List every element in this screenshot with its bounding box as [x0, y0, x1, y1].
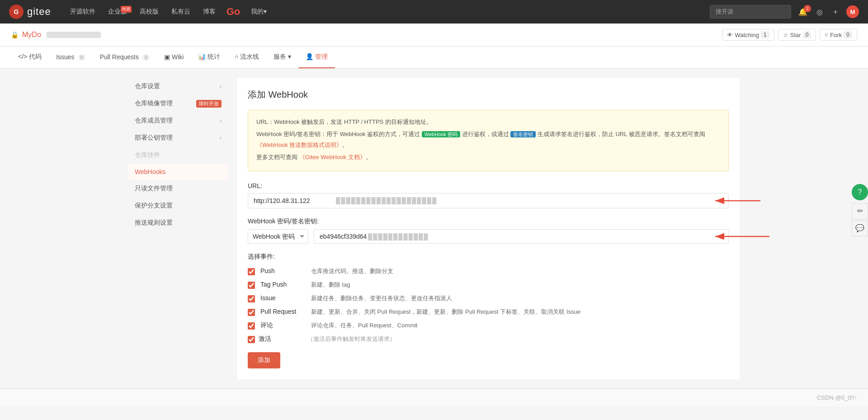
nav-right: 搜开源 🔔 2 ◎ ＋ M	[710, 5, 859, 19]
sidebar-item-members[interactable]: 仓库成员管理 ›	[128, 112, 228, 129]
sidebar-label-mirror: 仓库镜像管理	[135, 99, 173, 108]
pr-count: 0	[142, 54, 150, 61]
repo-name[interactable]: MyDo	[22, 31, 41, 39]
comment-checkbox[interactable]	[248, 322, 255, 330]
lock-icon: 🔒	[11, 31, 19, 38]
activate-checkbox[interactable]	[248, 336, 255, 343]
nav-link-opensource[interactable]: 开源软件	[65, 5, 101, 19]
notification-btn[interactable]: 🔔 2	[797, 6, 809, 18]
events-form-group: 选择事件: Push 仓库推送代码、推送、删除分支 Tag Push 新建、删除…	[248, 253, 729, 343]
sidebar-item-webhooks[interactable]: WebHooks	[128, 164, 228, 180]
wiki-icon: ▣	[164, 53, 170, 61]
footer-text: CSDN @0_0!!↑	[817, 394, 857, 401]
url-form-group: URL: ████████████████████	[248, 182, 729, 208]
issue-checkbox[interactable]	[248, 295, 255, 302]
code-icon: </>	[18, 53, 27, 60]
sidebar-item-protected-branch[interactable]: 保护分支设置	[128, 197, 228, 214]
sidebar-label-widgets: 仓库挂件	[135, 151, 160, 159]
chevron-down-icon: ▾	[288, 53, 291, 60]
url-blurred-value: ████████████████████	[336, 197, 437, 204]
chevron-right-icon: ›	[220, 83, 222, 90]
fork-btn[interactable]: ⑂ Fork 0	[820, 29, 857, 41]
avatar[interactable]: M	[846, 5, 859, 18]
star-icon: ☆	[783, 32, 788, 38]
push-checkbox[interactable]	[248, 268, 255, 275]
url-input[interactable]	[248, 193, 729, 208]
sidebar-item-readonly[interactable]: 只读文件管理	[128, 180, 228, 197]
nav-link-university[interactable]: 高校版	[134, 5, 164, 19]
webhook-doc-link[interactable]: 《Gitee WebHook 文档》	[299, 154, 366, 160]
tab-stats[interactable]: 📊 统计	[191, 47, 227, 68]
pr-desc: 新建、更新、合并、关闭 Pull Request，新建、更新、删除 Pull R…	[311, 308, 580, 316]
sidebar-item-deploy-keys[interactable]: 部署公钥管理 ›	[128, 129, 228, 146]
comment-desc: 评论仓库、任务、Pull Request、Commit	[311, 321, 418, 330]
issue-label: Issue	[260, 294, 306, 302]
enterprise-badge: 特惠	[121, 6, 132, 13]
sidebar-label-push-rules: 推送规则设置	[135, 219, 173, 227]
nav-link-blog[interactable]: 博客	[198, 5, 221, 19]
tab-wiki[interactable]: ▣ Wiki	[157, 47, 191, 68]
nav-links: 开源软件 企业版 特惠 高校版 私有云 博客 Go 我的▾	[65, 5, 710, 19]
sidebar-label-members: 仓库成员管理	[135, 117, 173, 125]
webhook-format-link[interactable]: 《WebHook 推送数据格式说明》	[256, 142, 342, 148]
info-line1: URL：WebHook 被触发后，发送 HTTP / HTTPS 的目标通知地址…	[256, 117, 720, 127]
nav-link-private[interactable]: 私有云	[166, 5, 196, 19]
add-btn[interactable]: ＋	[830, 5, 841, 19]
url-arrow-annotation	[711, 194, 765, 208]
tab-services[interactable]: 服务 ▾	[266, 47, 298, 68]
secret-arrow-annotation	[711, 230, 774, 243]
pr-checkbox[interactable]	[248, 309, 255, 316]
sidebar-label-deploy-keys: 部署公钥管理	[135, 134, 173, 142]
event-push: Push 仓库推送代码、推送、删除分支	[248, 267, 729, 275]
repo-tabs: </> 代码 Issues 0 Pull Requests 0 ▣ Wiki 📊…	[0, 47, 868, 69]
tab-pipeline[interactable]: ⑃ 流水线	[227, 47, 266, 68]
watching-btn[interactable]: 👁 Watching 1	[722, 29, 774, 41]
activate-label: 激活	[259, 335, 304, 343]
add-button[interactable]: 添加	[248, 352, 280, 368]
event-issue: Issue 新建任务、删除任务、变更任务状态、更改任务指派人	[248, 294, 729, 302]
info-line2: WebHook 密码/签名密钥：用于 WebHook 鉴权的方式，可通过 Web…	[256, 129, 720, 150]
sidebar-label-repo-settings: 仓库设置	[135, 82, 160, 90]
edit-btn[interactable]: ✏	[852, 203, 868, 219]
info-box: URL：WebHook 被触发后，发送 HTTP / HTTPS 的目标通知地址…	[248, 110, 729, 171]
tab-issues[interactable]: Issues 0	[49, 47, 92, 68]
nav-link-go[interactable]: Go	[223, 6, 244, 18]
search-input[interactable]: 搜开源	[710, 5, 791, 19]
repo-actions: 👁 Watching 1 ☆ Star 0 ⑂ Fork 0	[722, 29, 857, 41]
chat-btn[interactable]: 💬	[852, 220, 868, 236]
nav-link-myde[interactable]: 我的▾	[245, 5, 272, 19]
secret-blurred-value: ████████████	[368, 233, 429, 240]
event-tag-push: Tag Push 新建、删除 tag	[248, 281, 729, 289]
sidebar-item-mirror[interactable]: 仓库镜像管理 限时开放	[128, 95, 228, 112]
main-content: 仓库设置 › 仓库镜像管理 限时开放 仓库成员管理 › 部署公钥管理 › 仓库挂…	[118, 69, 750, 388]
tag-push-label: Tag Push	[260, 281, 306, 288]
sidebar-item-repo-settings[interactable]: 仓库设置 ›	[128, 78, 228, 95]
stats-icon: 📊	[198, 53, 206, 60]
tab-pr[interactable]: Pull Requests 0	[93, 47, 157, 68]
logo-text: gitee	[27, 6, 51, 18]
repo-title: 🔒 MyDo	[11, 31, 101, 39]
event-pr: Pull Request 新建、更新、合并、关闭 Pull Request，新建…	[248, 308, 729, 316]
chevron-right-icon-2: ›	[220, 118, 222, 124]
secret-type-select[interactable]: WebHook 密码签名密钥	[248, 229, 308, 244]
push-desc: 仓库推送代码、推送、删除分支	[311, 267, 393, 275]
tag-push-checkbox[interactable]	[248, 282, 255, 289]
location-btn[interactable]: ◎	[815, 6, 825, 18]
star-btn[interactable]: ☆ Star 0	[778, 29, 816, 41]
fork-icon: ⑂	[825, 32, 828, 38]
logo[interactable]: G gitee	[9, 5, 51, 19]
comment-label: 评论	[260, 321, 306, 330]
floating-buttons: ? ✏ 💬	[852, 184, 868, 236]
fork-count: 0	[844, 31, 852, 38]
sidebar-item-widgets: 仓库挂件	[128, 146, 228, 164]
help-btn[interactable]: ?	[852, 184, 868, 200]
page-title: 添加 WebHook	[248, 89, 729, 101]
nav-link-enterprise[interactable]: 企业版 特惠	[103, 5, 132, 19]
sidebar-label-webhooks: WebHooks	[135, 168, 165, 175]
repo-header: 🔒 MyDo 👁 Watching 1 ☆ Star 0 ⑂ Fork 0	[0, 24, 868, 47]
chevron-right-icon-3: ›	[220, 135, 222, 141]
sidebar-item-push-rules[interactable]: 推送规则设置	[128, 214, 228, 231]
tab-code[interactable]: </> 代码	[11, 47, 49, 68]
logo-icon: G	[9, 5, 24, 19]
tab-manage[interactable]: 👤 管理	[298, 47, 335, 68]
